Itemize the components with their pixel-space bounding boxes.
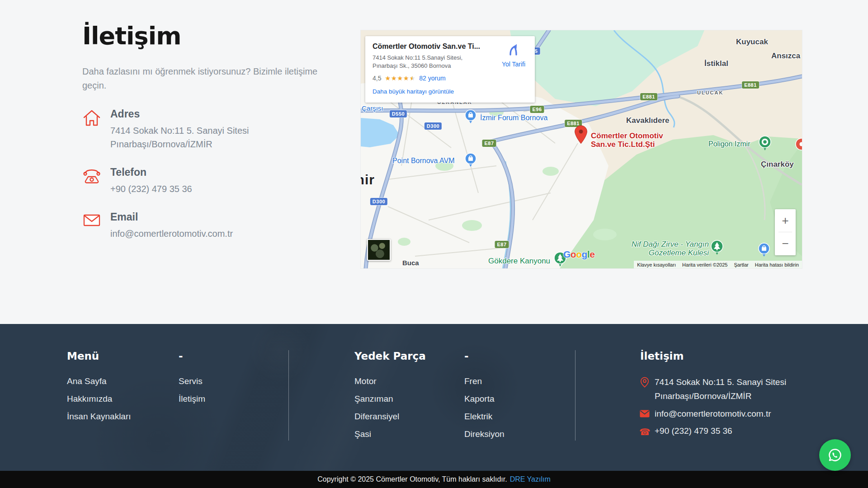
larger-map-link[interactable]: Daha büyük haritayı görüntüle xyxy=(373,88,454,95)
google-letter: G xyxy=(563,249,571,259)
map-label-point-bornova[interactable]: Point Bornova AVM xyxy=(392,157,455,165)
envelope-icon xyxy=(82,212,101,230)
contact-address-item: Adres 7414 Sokak No:11 5. Sanayi Sitesi … xyxy=(82,108,340,151)
shopping-poi-icon[interactable] xyxy=(465,109,476,126)
park-poi-icon[interactable] xyxy=(711,240,723,257)
route-badge-d300: D300 xyxy=(370,198,387,205)
map-card-address-line2: Pınarbaşı Sk., 35060 Bornova xyxy=(373,62,481,70)
footer-divider xyxy=(575,350,576,441)
footer-link-hakkimizda[interactable]: Hakkımızda xyxy=(67,394,112,404)
map-marker-label-line1: Cömertler Otomotiv xyxy=(591,131,663,140)
footer-address-line1: 7414 Sokak No:11 5. Sanayi Sitesi xyxy=(655,377,786,387)
keyboard-shortcuts-link[interactable]: Klavye kısayolları xyxy=(634,262,679,267)
footer-link-ana-sayfa[interactable]: Ana Sayfa xyxy=(67,376,107,386)
dre-yazilim-link[interactable]: DRE Yazılım xyxy=(510,475,551,483)
contact-subtitle: Daha fazlasını mı öğrenmek istiyorsunuz?… xyxy=(82,65,329,93)
map-card-address-line1: 7414 Sokak No:11 5.Sanayi Sitesi, xyxy=(373,54,481,62)
footer-link-servis[interactable]: Servis xyxy=(179,376,203,386)
map-marker-label-line2: San.ve Tic.Ltd.Şti xyxy=(591,140,663,149)
phone-label: Telefon xyxy=(110,166,340,178)
location-pin-icon xyxy=(640,377,649,389)
email-value: info@comertlerotomotiv.com.tr xyxy=(110,227,340,240)
address-line-2: Pınarbaşı/Bornova/İZMİR xyxy=(110,137,340,151)
google-map[interactable]: Kuyucak Ansızca İstiklal ULUCAK Kavaklıd… xyxy=(361,30,802,268)
phone-icon: ☎ xyxy=(639,427,651,437)
footer-phone: +90 (232) 479 35 36 xyxy=(655,426,732,436)
report-error-link[interactable]: Harita hatası bildirin xyxy=(752,262,802,267)
map-label-izmir-forum[interactable]: İzmir Forum Bornova xyxy=(480,114,547,122)
shopping-poi-icon[interactable] xyxy=(465,153,476,169)
address-line-1: 7414 Sokak No:11 5. Sanayi Sitesi xyxy=(110,124,340,137)
route-badge-d300: D300 xyxy=(425,122,442,130)
zoom-in-button[interactable]: + xyxy=(775,209,796,232)
footer-link-sasi[interactable]: Şasi xyxy=(354,429,371,439)
footer-link-elektrik[interactable]: Elektrik xyxy=(464,412,492,422)
map-marker-pin[interactable] xyxy=(574,125,588,146)
contact-email-item: Email info@comertlerotomotiv.com.tr xyxy=(82,211,340,240)
footer-heading-dash: - xyxy=(464,350,469,362)
footer-link-insan-kaynaklari[interactable]: İnsan Kaynakları xyxy=(67,412,131,422)
phone-value: +90 (232) 479 35 36 xyxy=(110,182,340,196)
footer-link-motor[interactable]: Motor xyxy=(354,376,377,386)
directions-icon xyxy=(507,42,520,56)
map-card-rating-row: 4,5 ★★★★★★★★★★ 82 yorum xyxy=(373,75,528,82)
copyright-text: Copyright © 2025 Cömertler Otomotiv, Tüm… xyxy=(317,475,507,483)
footer-link-kaporta[interactable]: Kaporta xyxy=(464,394,495,404)
address-value: 7414 Sokak No:11 5. Sanayi Sitesi Pınarb… xyxy=(110,124,340,151)
page-title: İletişim xyxy=(82,22,340,50)
map-label-carsisi[interactable]: Çarşısı xyxy=(362,104,383,112)
red-poi-icon[interactable] xyxy=(795,138,802,152)
terms-link[interactable]: Şartlar xyxy=(731,262,751,267)
map-label-ulucak: ULUCAK xyxy=(697,90,723,95)
satellite-view-thumbnail[interactable] xyxy=(367,239,391,261)
map-label-izmir: İzmir xyxy=(361,172,375,188)
map-label-kavaklidere: Kavaklıdere xyxy=(626,116,669,125)
contact-section: İletişim Daha fazlasını mı öğrenmek isti… xyxy=(82,22,340,240)
footer-link-iletisim[interactable]: İletişim xyxy=(179,394,205,404)
footer-heading-dash: - xyxy=(179,350,183,362)
map-card-title: Cömertler Otomotiv San.ve Ti... xyxy=(373,42,483,51)
route-badge-e96: E96 xyxy=(530,106,544,113)
route-badge-e881: E881 xyxy=(742,81,759,89)
phone-icon xyxy=(82,167,101,187)
nature-poi-icon[interactable] xyxy=(759,136,771,153)
reviews-link[interactable]: 82 yorum xyxy=(419,75,445,82)
map-marker-label[interactable]: Cömertler Otomotiv San.ve Tic.Ltd.Şti xyxy=(591,131,663,149)
footer-link-diferansiyel[interactable]: Diferansiyel xyxy=(354,412,399,422)
footer-link-fren[interactable]: Fren xyxy=(464,376,482,386)
google-logo[interactable]: Google xyxy=(563,249,594,260)
whatsapp-button[interactable] xyxy=(819,439,851,471)
footer-link-sanziman[interactable]: Şanzıman xyxy=(354,394,393,404)
footer-link-direksiyon[interactable]: Direksiyon xyxy=(464,429,505,439)
map-label-nif[interactable]: Nif Dağı Zirve - Yangın Gözetleme Kulesi xyxy=(614,240,709,257)
contact-phone-item: Telefon +90 (232) 479 35 36 xyxy=(82,166,340,196)
google-letter: o xyxy=(576,249,581,259)
map-zoom-control: + − xyxy=(775,209,796,255)
address-label: Adres xyxy=(110,108,340,120)
map-label-kuyucak: Kuyucak xyxy=(736,38,768,47)
stars-on: ★★★★★ xyxy=(385,75,412,81)
map-label-gokdere[interactable]: Gökdere Kanyonu xyxy=(488,257,550,266)
map-label-nif-line2: Gözetleme Kulesi xyxy=(614,249,709,257)
copyright-bar: Copyright © 2025 Cömertler Otomotiv, Tüm… xyxy=(0,471,868,488)
directions-button[interactable]: Yol Tarifi xyxy=(499,42,528,68)
map-label-cinarkoy: Çınarköy xyxy=(761,160,794,169)
map-info-card: Cömertler Otomotiv San.ve Ti... 7414 Sok… xyxy=(365,36,535,103)
zoom-out-button[interactable]: − xyxy=(775,232,796,255)
map-label-poligon[interactable]: Poligon Izmir xyxy=(708,140,750,148)
route-badge-d550: D550 xyxy=(390,110,407,117)
rating-value: 4,5 xyxy=(373,75,381,82)
map-label-ansizca: Ansızca xyxy=(771,52,800,61)
footer-heading-yedek-parca: Yedek Parça xyxy=(354,350,426,362)
footer-divider xyxy=(288,350,289,441)
email-label: Email xyxy=(110,211,340,223)
route-badge-e87: E87 xyxy=(495,241,509,248)
route-badge-e881: E881 xyxy=(640,93,657,100)
map-label-istiklal: İstiklal xyxy=(704,59,728,68)
route-badge-e87: E87 xyxy=(482,140,496,147)
map-label-nif-line1: Nif Dağı Zirve - Yangın xyxy=(614,240,709,249)
google-letter: e xyxy=(590,249,594,259)
map-attribution-bar: Klavye kısayolları Harita verileri ©2025… xyxy=(634,261,802,268)
rating-stars: ★★★★★★★★★★ xyxy=(385,75,415,81)
shopping-poi-icon[interactable] xyxy=(758,243,770,259)
